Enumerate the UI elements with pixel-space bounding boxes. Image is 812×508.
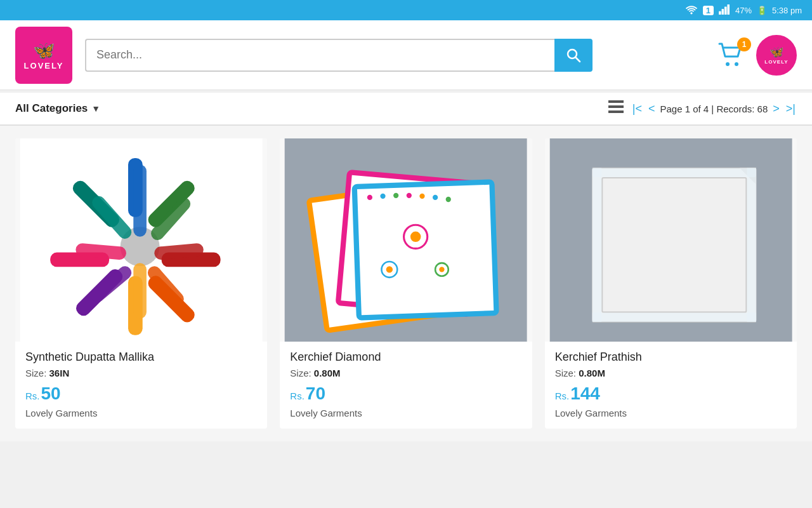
- battery-icon: 🔋: [757, 6, 767, 15]
- last-page-button[interactable]: >|: [785, 102, 797, 116]
- filter-bar-right: |< < Page 1 of 4 | Records: 68 > >|: [608, 100, 797, 117]
- product-price: Rs. 70: [290, 384, 521, 404]
- filter-bar: All Categories ▼ |< < Page 1 of 4 | Reco…: [0, 93, 812, 126]
- svg-point-39: [367, 195, 372, 200]
- categories-label: All Categories: [15, 102, 88, 115]
- product-seller: Lovely Garments: [25, 408, 257, 418]
- product-size: Size: 0.80M: [290, 368, 521, 378]
- sim-icon: 1: [703, 6, 714, 15]
- svg-point-38: [440, 267, 445, 272]
- svg-point-36: [386, 266, 393, 272]
- pagination-text: Page 1 of 4 | Records: 68: [660, 104, 768, 114]
- svg-line-5: [576, 57, 580, 62]
- signal-icon: [719, 4, 730, 17]
- svg-point-40: [381, 194, 386, 199]
- svg-line-23: [161, 250, 197, 253]
- svg-rect-51: [592, 168, 756, 177]
- products-grid: Synthetic Dupatta Mallika Size: 36IN Rs.…: [0, 126, 812, 441]
- search-icon: [566, 48, 581, 63]
- product-name: Kerchief Diamond: [290, 351, 521, 364]
- svg-rect-52: [592, 313, 756, 322]
- pagination-controls: |< < Page 1 of 4 | Records: 68 > >|: [631, 102, 797, 116]
- svg-rect-32: [355, 182, 497, 318]
- product-name: Synthetic Dupatta Mallika: [25, 351, 257, 364]
- svg-rect-47: [592, 168, 756, 322]
- svg-rect-0: [719, 11, 721, 14]
- product-image-2: [280, 138, 532, 342]
- categories-dropdown[interactable]: All Categories ▼: [15, 102, 100, 115]
- product-size: Size: 36IN: [25, 368, 257, 378]
- product-card[interactable]: Kerchief Prathish Size: 0.80M Rs. 144 Lo…: [545, 138, 797, 429]
- logo[interactable]: 🦋 LOVELY: [15, 27, 72, 84]
- chevron-down-icon: ▼: [91, 104, 100, 114]
- svg-point-41: [393, 193, 398, 198]
- svg-rect-3: [727, 4, 730, 15]
- cart-badge: 1: [737, 37, 751, 51]
- svg-point-7: [735, 62, 738, 66]
- next-page-button[interactable]: >: [771, 102, 781, 116]
- list-view-icon[interactable]: [608, 100, 624, 117]
- avatar-butterfly-icon: 🦋: [769, 45, 783, 59]
- product-image-3: [545, 138, 797, 342]
- product-card[interactable]: Synthetic Dupatta Mallika Size: 36IN Rs.…: [15, 138, 267, 429]
- product-seller: Lovely Garments: [290, 408, 521, 418]
- product-size: Size: 0.80M: [555, 368, 787, 378]
- user-avatar[interactable]: 🦋 LOVELY: [756, 35, 797, 76]
- product-price: Rs. 144: [555, 384, 787, 404]
- product-image-1: [15, 138, 267, 342]
- product-price: Rs. 50: [25, 384, 257, 404]
- product-info-1: Synthetic Dupatta Mallika Size: 36IN Rs.…: [15, 342, 267, 418]
- svg-rect-53: [592, 168, 601, 322]
- time-display: 5:38 pm: [772, 6, 802, 15]
- svg-rect-54: [747, 168, 756, 322]
- svg-rect-9: [608, 105, 624, 108]
- header-right: 1 🦋 LOVELY: [717, 35, 797, 76]
- svg-point-44: [433, 195, 438, 200]
- svg-rect-10: [608, 110, 624, 113]
- product-img-kerchief-prathish: [545, 138, 797, 342]
- svg-point-43: [420, 194, 425, 199]
- battery-status: 47%: [735, 6, 752, 15]
- logo-text: LOVELY: [24, 61, 64, 70]
- svg-point-42: [407, 193, 412, 198]
- search-input[interactable]: [85, 39, 554, 72]
- status-bar: 1 47% 🔋 5:38 pm: [0, 0, 812, 20]
- search-button[interactable]: [554, 39, 593, 72]
- product-seller: Lovely Garments: [555, 408, 787, 418]
- svg-point-6: [726, 62, 730, 66]
- cart-button[interactable]: 1: [717, 41, 746, 69]
- product-info-3: Kerchief Prathish Size: 0.80M Rs. 144 Lo…: [545, 342, 797, 418]
- first-page-button[interactable]: |<: [631, 102, 643, 116]
- product-info-2: Kerchief Diamond Size: 0.80M Rs. 70 Love…: [280, 342, 532, 418]
- product-img-kerchief-diamond: [280, 138, 532, 342]
- wifi-icon: [685, 4, 698, 17]
- svg-point-34: [410, 232, 421, 243]
- product-name: Kerchief Prathish: [555, 351, 787, 364]
- header: 🦋 LOVELY 1 🦋 LOVELY: [0, 20, 812, 90]
- prev-page-button[interactable]: <: [647, 102, 657, 116]
- svg-rect-8: [608, 100, 624, 103]
- svg-rect-2: [724, 6, 727, 14]
- list-icon-svg: [608, 100, 624, 113]
- product-img-dupatta: [15, 138, 267, 342]
- svg-rect-1: [722, 9, 724, 15]
- logo-butterfly-icon: 🦋: [33, 40, 55, 61]
- product-card[interactable]: Kerchief Diamond Size: 0.80M Rs. 70 Love…: [280, 138, 532, 429]
- svg-point-45: [446, 197, 451, 202]
- avatar-text: LOVELY: [764, 59, 788, 65]
- search-container: [85, 39, 593, 72]
- svg-line-27: [82, 250, 120, 253]
